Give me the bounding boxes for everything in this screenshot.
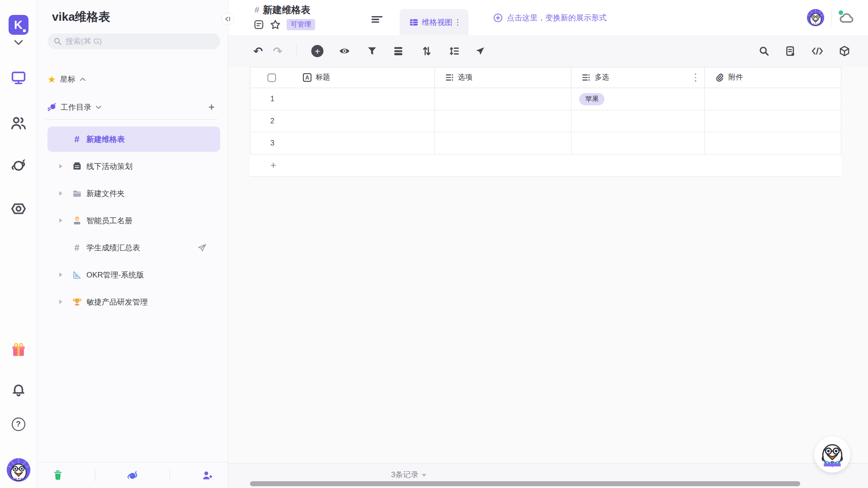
left-rail: K ?: [0, 0, 37, 488]
notification-icon[interactable]: [11, 382, 26, 397]
tree-item-label: OKR管理-系统版: [86, 270, 144, 280]
expand-caret-icon[interactable]: [56, 272, 66, 277]
tree-item-label: 敏捷产品研发管理: [86, 297, 148, 307]
help-glyph: ?: [16, 420, 20, 429]
expand-caret-icon[interactable]: [56, 164, 66, 169]
share-icon[interactable]: [476, 47, 485, 56]
sidebar-item-agile[interactable]: 敏捷产品研发管理: [47, 289, 220, 314]
table-row[interactable]: 2: [250, 110, 841, 132]
multiselect-tag[interactable]: 苹果: [579, 93, 604, 105]
invite-member-icon[interactable]: [202, 470, 212, 480]
tree-item-label: 智能员工名册: [86, 216, 132, 226]
record-count-text: 3条记录: [391, 469, 418, 480]
select-all-checkbox[interactable]: [267, 73, 276, 82]
sidebar-item-staff-roster[interactable]: 智能员工名册: [47, 208, 220, 233]
sidebar-footer: [37, 462, 228, 488]
catalog-section[interactable]: 工作目录 +: [47, 99, 220, 115]
help-icon[interactable]: ?: [12, 418, 25, 431]
sidebar-item-new-folder[interactable]: 新建文件夹: [47, 181, 220, 206]
shared-paper-plane-icon: [198, 244, 207, 252]
grid-view-icon: [410, 19, 418, 26]
space-icon[interactable]: [11, 158, 26, 173]
field-menu-icon[interactable]: [695, 73, 697, 82]
assistant-mascot-button[interactable]: [814, 436, 850, 473]
plus-circle-icon: [493, 13, 503, 23]
user-avatar[interactable]: [7, 458, 30, 482]
expand-caret-icon[interactable]: [56, 191, 66, 196]
search-box[interactable]: [47, 33, 220, 49]
hide-fields-icon[interactable]: [339, 47, 350, 56]
record-count[interactable]: 3条记录: [391, 469, 426, 480]
view-list-icon[interactable]: [371, 15, 383, 23]
tree-item-label: 新建维格表: [86, 134, 125, 145]
attachment-field-icon: [715, 73, 724, 82]
datasheet-header: # 新建维格表 可管理 维格视图 点击这里，变换新的展示形式: [228, 0, 868, 35]
catalog-label: 工作目录: [61, 102, 91, 113]
filter-icon[interactable]: [368, 47, 377, 56]
add-view-hint[interactable]: 点击这里，变换新的展示形式: [493, 0, 607, 35]
sidebar-item-okr[interactable]: OKR管理-系统版: [47, 262, 220, 287]
search-icon[interactable]: [759, 46, 769, 56]
planet-icon[interactable]: [127, 470, 138, 480]
row-height-icon[interactable]: [449, 47, 459, 56]
column-header-title[interactable]: 标题: [316, 73, 330, 82]
expand-caret-icon[interactable]: [56, 300, 66, 304]
expand-caret-icon[interactable]: [56, 218, 66, 223]
add-row-plus: +: [270, 160, 276, 171]
cell-attachment[interactable]: [705, 110, 841, 132]
view-tab-label: 维格视图: [422, 17, 453, 28]
cell-select[interactable]: [435, 110, 572, 132]
undo-icon[interactable]: ↶: [254, 45, 263, 58]
cell-select[interactable]: [435, 132, 572, 154]
search-icon: [54, 38, 61, 45]
add-node-button[interactable]: +: [208, 102, 215, 113]
horizontal-scrollbar[interactable]: [250, 481, 800, 486]
vika-logo[interactable]: K: [9, 15, 28, 35]
template-icon[interactable]: [11, 202, 26, 216]
tree-item-label: 线下活动策划: [86, 161, 132, 172]
cell-multiselect[interactable]: [571, 132, 705, 154]
column-header-multiselect[interactable]: 多选: [594, 73, 609, 82]
account-avatar[interactable]: [807, 9, 824, 26]
tree-item-label: 新建文件夹: [86, 188, 125, 199]
main-area: # 新建维格表 可管理 维格视图 点击这里，变换新的展示形式: [228, 0, 868, 488]
insert-record-icon[interactable]: +: [311, 45, 324, 57]
toolbar: ↶ ↷ +: [228, 35, 868, 67]
description-icon[interactable]: [254, 19, 264, 30]
workspace-sidebar: vika维格表 ★ 星标 工作目录 + # 新建维格表 线下活动策划: [37, 0, 228, 488]
starred-section[interactable]: ★ 星标: [47, 71, 220, 87]
column-header-attachment[interactable]: 附件: [728, 73, 743, 82]
sort-icon[interactable]: [422, 46, 431, 56]
trash-icon[interactable]: [53, 470, 63, 480]
cell-multiselect[interactable]: [571, 110, 705, 132]
workspace-chevron-down-icon[interactable]: [14, 40, 24, 45]
cell-multiselect[interactable]: 苹果: [571, 88, 705, 110]
widget-icon[interactable]: [840, 46, 850, 56]
column-header-select[interactable]: 选项: [458, 73, 472, 82]
gift-icon[interactable]: [11, 343, 26, 358]
datasheet-grid: A 标题 选项 多选 附件 1: [250, 67, 841, 177]
collapse-sidebar-button[interactable]: [222, 13, 234, 25]
api-icon[interactable]: [811, 47, 823, 55]
workbench-icon[interactable]: [11, 70, 26, 85]
tab-grid-view[interactable]: 维格视图: [400, 9, 468, 35]
table-row[interactable]: 1 苹果: [250, 88, 841, 110]
table-row[interactable]: 3: [250, 132, 841, 155]
add-row-button[interactable]: +: [250, 155, 841, 177]
redo-icon[interactable]: ↷: [273, 45, 283, 58]
search-input[interactable]: [66, 37, 192, 46]
form-icon[interactable]: [785, 46, 795, 56]
datasheet-icon: #: [71, 134, 83, 144]
contacts-icon[interactable]: [11, 116, 26, 130]
sidebar-item-datasheet[interactable]: # 新建维格表: [47, 127, 220, 152]
sync-cloud-icon[interactable]: [839, 11, 855, 24]
cell-select[interactable]: [435, 88, 572, 110]
cell-attachment[interactable]: [705, 132, 841, 154]
favorite-star-icon[interactable]: [270, 19, 281, 30]
sidebar-item-folder-events[interactable]: 线下活动策划: [47, 154, 220, 179]
sidebar-item-grades-sheet[interactable]: # 学生成绩汇总表: [47, 235, 220, 260]
datasheet-title: 新建维格表: [263, 4, 311, 16]
group-icon[interactable]: [394, 47, 402, 55]
cell-attachment[interactable]: [705, 88, 841, 110]
view-more-icon[interactable]: [457, 19, 458, 26]
